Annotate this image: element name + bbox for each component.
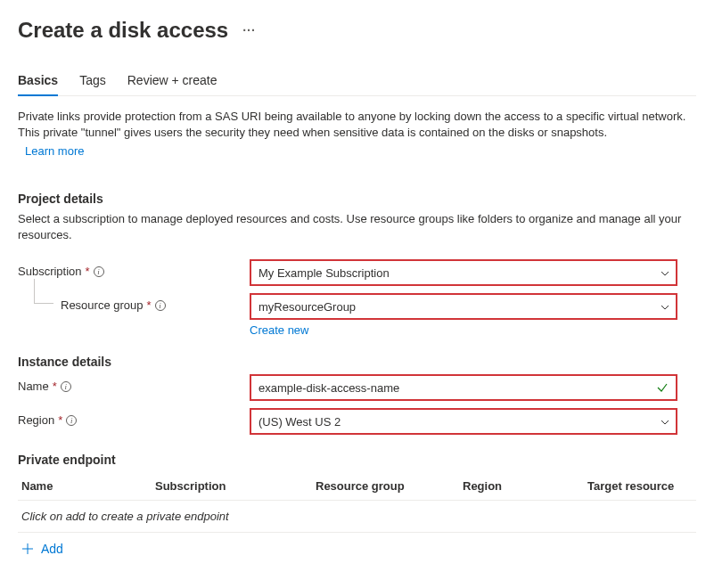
region-select[interactable]: (US) West US 2 — [250, 408, 677, 435]
add-label: Add — [41, 542, 63, 556]
project-details-heading: Project details — [18, 192, 696, 206]
name-label: Name — [18, 380, 49, 393]
col-target: Target resource — [587, 479, 693, 493]
info-icon[interactable]: i — [94, 266, 104, 277]
required-indicator: * — [53, 380, 57, 393]
tab-tags[interactable]: Tags — [79, 68, 106, 96]
learn-more-link[interactable]: Learn more — [25, 144, 84, 158]
col-subscription: Subscription — [155, 479, 316, 493]
info-icon[interactable]: i — [61, 381, 71, 392]
resource-group-field: Resource group * i myResourceGroup Creat… — [18, 293, 696, 337]
name-input[interactable]: example-disk-access-name — [250, 374, 677, 401]
tree-connector — [34, 279, 53, 304]
resource-group-value: myResourceGroup — [259, 300, 660, 314]
plus-icon — [21, 543, 34, 555]
name-value: example-disk-access-name — [259, 381, 656, 395]
private-endpoint-heading: Private endpoint — [18, 453, 696, 467]
page-title: Create a disk access ··· — [18, 18, 696, 43]
col-region: Region — [463, 479, 587, 493]
empty-state: Click on add to create a private endpoin… — [18, 500, 696, 533]
tab-basics[interactable]: Basics — [18, 68, 58, 96]
chevron-down-icon — [660, 302, 669, 311]
region-field: Region * i (US) West US 2 — [18, 408, 696, 435]
info-icon[interactable]: i — [66, 415, 77, 426]
subscription-value: My Example Subscription — [259, 266, 660, 280]
required-indicator: * — [58, 413, 62, 427]
col-resource-group: Resource group — [316, 479, 463, 493]
subscription-select[interactable]: My Example Subscription — [250, 259, 677, 286]
instance-details-heading: Instance details — [18, 355, 696, 369]
tab-review-create[interactable]: Review + create — [127, 68, 217, 96]
intro-text: Private links provide protection from a … — [18, 109, 695, 141]
subscription-field: Subscription * i My Example Subscription — [18, 259, 696, 286]
table-header: Name Subscription Resource group Region … — [18, 472, 696, 500]
col-name: Name — [21, 479, 155, 493]
page-title-text: Create a disk access — [18, 18, 228, 43]
resource-group-select[interactable]: myResourceGroup — [250, 293, 677, 320]
subscription-label: Subscription — [18, 265, 82, 278]
info-icon[interactable]: i — [155, 300, 166, 311]
region-value: (US) West US 2 — [259, 415, 660, 429]
more-icon[interactable]: ··· — [242, 23, 256, 37]
resource-group-label: Resource group — [61, 298, 144, 312]
project-details-help: Select a subscription to manage deployed… — [18, 211, 695, 243]
chevron-down-icon — [660, 417, 669, 426]
region-label: Region — [18, 413, 54, 427]
chevron-down-icon — [660, 268, 669, 277]
tab-bar: Basics Tags Review + create — [18, 68, 696, 96]
check-icon — [656, 381, 669, 394]
required-indicator: * — [86, 265, 90, 278]
name-field: Name * i example-disk-access-name — [18, 374, 696, 401]
required-indicator: * — [147, 298, 152, 312]
create-new-link[interactable]: Create new — [250, 323, 308, 337]
private-endpoint-table: Name Subscription Resource group Region … — [18, 472, 696, 565]
add-button[interactable]: Add — [18, 533, 696, 565]
